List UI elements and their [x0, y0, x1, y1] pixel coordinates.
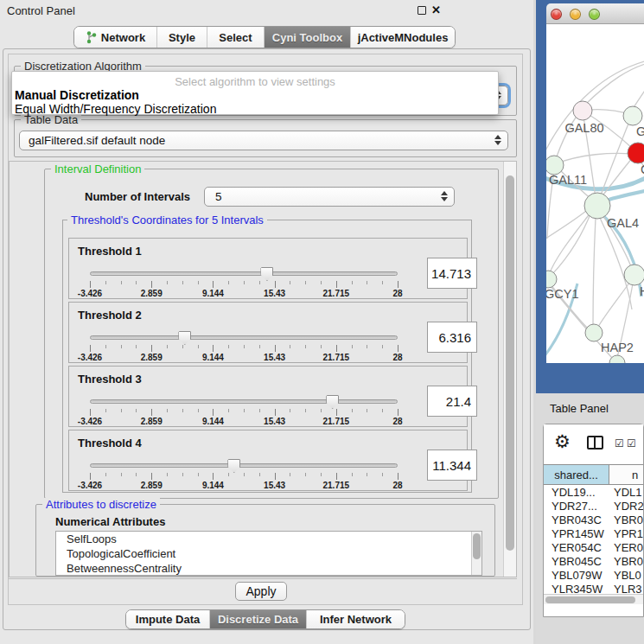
- tab-jactivemnodules[interactable]: jActiveMNodules: [351, 27, 455, 48]
- table-data-combobox[interactable]: galFiltered.sif default node: [19, 131, 508, 150]
- cell-name[interactable]: YBR0: [609, 513, 643, 527]
- tick-mark: [136, 409, 137, 412]
- slider-ticks: [90, 409, 398, 417]
- table-row[interactable]: YER054CYER0: [544, 541, 643, 555]
- threshold-slider[interactable]: -3.4262.8599.14415.4321.71528: [90, 332, 398, 363]
- threshold-slider[interactable]: -3.4262.8599.14415.4321.71528: [90, 460, 398, 491]
- table-row[interactable]: YDL19...YDL1: [544, 486, 643, 500]
- slider-ticks: [90, 473, 398, 481]
- table-row[interactable]: YBR043CYBR0: [544, 513, 643, 527]
- gear-icon[interactable]: ⚙: [554, 431, 571, 452]
- settings-scrollbar[interactable]: [503, 162, 516, 577]
- network-node[interactable]: [624, 265, 644, 285]
- attribute-list-item[interactable]: BetweennessCentrality: [56, 561, 481, 576]
- checkbox-icon[interactable]: ☑: [615, 437, 624, 450]
- network-node[interactable]: [609, 355, 625, 363]
- scrollbar-thumb[interactable]: [506, 175, 514, 551]
- network-canvas[interactable]: GAL80GCGAL11GAL4GCY1HHAP2: [546, 24, 644, 363]
- slider-thumb[interactable]: [227, 459, 240, 473]
- slider-track[interactable]: [90, 463, 398, 468]
- cell-shared-name[interactable]: YPR145W: [544, 527, 609, 541]
- slider-tick-labels: -3.4262.8599.14415.4321.71528: [90, 289, 398, 299]
- tab-style[interactable]: Style: [157, 27, 207, 48]
- network-node[interactable]: [623, 106, 642, 125]
- cell-name[interactable]: YBR0: [609, 555, 643, 569]
- list-scrollbar[interactable]: [471, 532, 481, 575]
- cell-name[interactable]: YPR1: [609, 527, 643, 541]
- cell-name[interactable]: YBL0: [609, 569, 643, 583]
- column-header-name[interactable]: n: [609, 465, 643, 484]
- minimize-traffic-light[interactable]: [570, 9, 581, 20]
- scrollbar-thumb[interactable]: [545, 596, 635, 603]
- number-of-intervals-spinner[interactable]: 5: [204, 187, 455, 207]
- close-icon[interactable]: ✕: [431, 3, 441, 16]
- slider-track[interactable]: [90, 335, 398, 340]
- table-row[interactable]: YLR345WYLR3: [544, 583, 643, 593]
- network-node[interactable]: [584, 193, 610, 219]
- network-node[interactable]: [585, 324, 603, 341]
- tab-network[interactable]: Network: [74, 27, 157, 48]
- tab-label: jActiveMNodules: [358, 31, 449, 44]
- slider-track[interactable]: [90, 399, 398, 404]
- cell-name[interactable]: YLR3: [609, 583, 643, 593]
- thresholds-group: Threshold's Coordinates for 5 Intervals …: [62, 220, 472, 493]
- cell-shared-name[interactable]: YBR045C: [544, 555, 609, 569]
- float-window-icon[interactable]: [418, 6, 426, 15]
- threshold-value-input[interactable]: [427, 258, 477, 289]
- threshold-value-input[interactable]: [427, 322, 477, 353]
- cell-shared-name[interactable]: YBR043C: [544, 513, 609, 527]
- dropdown-option-manual-discretization[interactable]: Manual Discretization: [15, 88, 139, 102]
- network-node[interactable]: [546, 156, 564, 175]
- slider-thumb[interactable]: [260, 267, 273, 281]
- threshold-value-input[interactable]: [427, 450, 477, 481]
- network-node[interactable]: [628, 143, 644, 163]
- tick-mark: [167, 281, 168, 284]
- tab-impute-data[interactable]: Impute Data: [126, 610, 210, 628]
- table-hscrollbar[interactable]: [544, 594, 643, 604]
- cyni-bottom-tabs: Impute Data Discretize Data Infer Networ…: [125, 609, 405, 629]
- tick-mark: [213, 345, 214, 352]
- tab-select[interactable]: Select: [207, 27, 265, 48]
- slider-track[interactable]: [90, 271, 398, 276]
- cell-shared-name[interactable]: YDL19...: [544, 486, 609, 500]
- table-row[interactable]: YBR045CYBR0: [544, 555, 643, 569]
- apply-button[interactable]: Apply: [235, 582, 287, 601]
- table-row[interactable]: YPR145WYPR1: [544, 527, 643, 541]
- column-header-shared-name[interactable]: shared...: [544, 465, 609, 484]
- threshold-slider[interactable]: -3.4262.8599.14415.4321.71528: [90, 268, 398, 299]
- attribute-list-item[interactable]: SelfLoops: [56, 532, 481, 546]
- network-node[interactable]: [573, 101, 592, 120]
- network-node[interactable]: [546, 271, 557, 288]
- cell-shared-name[interactable]: YBL079W: [544, 569, 609, 583]
- threshold-value-input[interactable]: [427, 386, 477, 417]
- close-traffic-light[interactable]: [551, 9, 562, 20]
- threshold-slider[interactable]: -3.4262.8599.14415.4321.71528: [90, 396, 398, 427]
- cell-name[interactable]: YDR2: [609, 500, 643, 513]
- dropdown-option-equal-width-frequency[interactable]: Equal Width/Frequency Discretization: [15, 102, 216, 116]
- cell-name[interactable]: YER0: [609, 541, 643, 555]
- scrollbar-thumb[interactable]: [473, 533, 481, 559]
- slider-tick-labels: -3.4262.8599.14415.4321.71528: [90, 481, 398, 491]
- table-row[interactable]: YBL079WYBL0: [544, 569, 643, 583]
- checkbox-icon[interactable]: ☑: [627, 437, 636, 450]
- attribute-list-item[interactable]: TopologicalCoefficient: [56, 546, 481, 561]
- tick-label: 15.43: [264, 481, 285, 490]
- tick-mark: [321, 473, 322, 476]
- table-row[interactable]: YDR27...YDR2: [544, 500, 643, 513]
- slider-thumb[interactable]: [326, 395, 339, 409]
- tick-mark: [198, 281, 199, 284]
- threshold-label: Threshold 1: [78, 245, 142, 258]
- cell-name[interactable]: YDL1: [609, 486, 643, 500]
- zoom-traffic-light[interactable]: [589, 9, 600, 20]
- cell-shared-name[interactable]: YER054C: [544, 541, 609, 555]
- tab-infer-network[interactable]: Infer Network: [307, 610, 405, 628]
- tab-discretize-data[interactable]: Discretize Data: [210, 610, 307, 628]
- cell-shared-name[interactable]: YLR345W: [544, 583, 609, 593]
- columns-icon[interactable]: [587, 436, 603, 450]
- tick-mark: [182, 281, 183, 284]
- cell-shared-name[interactable]: YDR27...: [544, 500, 609, 513]
- tab-cyni-toolbox[interactable]: Cyni Toolbox: [265, 27, 351, 48]
- tick-mark: [167, 473, 168, 476]
- tick-label: 21.715: [323, 289, 350, 298]
- slider-thumb[interactable]: [178, 331, 191, 345]
